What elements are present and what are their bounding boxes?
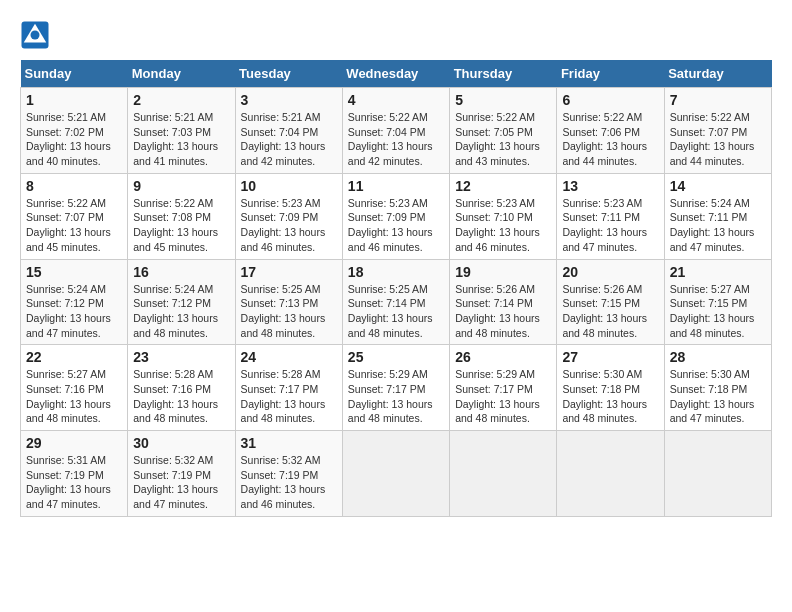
day-number: 20 — [562, 264, 658, 280]
day-number: 30 — [133, 435, 229, 451]
day-number: 5 — [455, 92, 551, 108]
day-number: 22 — [26, 349, 122, 365]
calendar-cell: 10 Sunrise: 5:23 AM Sunset: 7:09 PM Dayl… — [235, 173, 342, 259]
day-number: 27 — [562, 349, 658, 365]
day-number: 2 — [133, 92, 229, 108]
day-info: Sunrise: 5:26 AM Sunset: 7:15 PM Dayligh… — [562, 282, 658, 341]
calendar-cell: 23 Sunrise: 5:28 AM Sunset: 7:16 PM Dayl… — [128, 345, 235, 431]
logo-icon — [20, 20, 50, 50]
day-number: 10 — [241, 178, 337, 194]
header-cell-tuesday: Tuesday — [235, 60, 342, 88]
calendar-cell: 26 Sunrise: 5:29 AM Sunset: 7:17 PM Dayl… — [450, 345, 557, 431]
day-info: Sunrise: 5:25 AM Sunset: 7:14 PM Dayligh… — [348, 282, 444, 341]
day-number: 11 — [348, 178, 444, 194]
calendar-cell — [557, 431, 664, 517]
calendar-cell: 14 Sunrise: 5:24 AM Sunset: 7:11 PM Dayl… — [664, 173, 771, 259]
calendar-cell: 24 Sunrise: 5:28 AM Sunset: 7:17 PM Dayl… — [235, 345, 342, 431]
day-number: 19 — [455, 264, 551, 280]
calendar-cell: 9 Sunrise: 5:22 AM Sunset: 7:08 PM Dayli… — [128, 173, 235, 259]
calendar-header: SundayMondayTuesdayWednesdayThursdayFrid… — [21, 60, 772, 88]
day-info: Sunrise: 5:30 AM Sunset: 7:18 PM Dayligh… — [670, 367, 766, 426]
day-info: Sunrise: 5:22 AM Sunset: 7:05 PM Dayligh… — [455, 110, 551, 169]
calendar-cell: 13 Sunrise: 5:23 AM Sunset: 7:11 PM Dayl… — [557, 173, 664, 259]
day-number: 6 — [562, 92, 658, 108]
day-info: Sunrise: 5:22 AM Sunset: 7:07 PM Dayligh… — [670, 110, 766, 169]
calendar-cell: 2 Sunrise: 5:21 AM Sunset: 7:03 PM Dayli… — [128, 88, 235, 174]
day-number: 25 — [348, 349, 444, 365]
day-info: Sunrise: 5:24 AM Sunset: 7:12 PM Dayligh… — [133, 282, 229, 341]
day-number: 15 — [26, 264, 122, 280]
day-info: Sunrise: 5:32 AM Sunset: 7:19 PM Dayligh… — [241, 453, 337, 512]
day-info: Sunrise: 5:26 AM Sunset: 7:14 PM Dayligh… — [455, 282, 551, 341]
day-info: Sunrise: 5:22 AM Sunset: 7:04 PM Dayligh… — [348, 110, 444, 169]
calendar-cell: 28 Sunrise: 5:30 AM Sunset: 7:18 PM Dayl… — [664, 345, 771, 431]
header-cell-thursday: Thursday — [450, 60, 557, 88]
day-number: 16 — [133, 264, 229, 280]
calendar-cell: 29 Sunrise: 5:31 AM Sunset: 7:19 PM Dayl… — [21, 431, 128, 517]
calendar-cell: 21 Sunrise: 5:27 AM Sunset: 7:15 PM Dayl… — [664, 259, 771, 345]
calendar-body: 1 Sunrise: 5:21 AM Sunset: 7:02 PM Dayli… — [21, 88, 772, 517]
day-info: Sunrise: 5:24 AM Sunset: 7:11 PM Dayligh… — [670, 196, 766, 255]
day-number: 7 — [670, 92, 766, 108]
calendar-cell: 3 Sunrise: 5:21 AM Sunset: 7:04 PM Dayli… — [235, 88, 342, 174]
day-number: 4 — [348, 92, 444, 108]
day-number: 14 — [670, 178, 766, 194]
calendar-week-3: 15 Sunrise: 5:24 AM Sunset: 7:12 PM Dayl… — [21, 259, 772, 345]
calendar-cell: 15 Sunrise: 5:24 AM Sunset: 7:12 PM Dayl… — [21, 259, 128, 345]
day-info: Sunrise: 5:21 AM Sunset: 7:03 PM Dayligh… — [133, 110, 229, 169]
calendar-cell — [664, 431, 771, 517]
day-info: Sunrise: 5:24 AM Sunset: 7:12 PM Dayligh… — [26, 282, 122, 341]
day-info: Sunrise: 5:28 AM Sunset: 7:17 PM Dayligh… — [241, 367, 337, 426]
calendar-week-5: 29 Sunrise: 5:31 AM Sunset: 7:19 PM Dayl… — [21, 431, 772, 517]
calendar-cell: 11 Sunrise: 5:23 AM Sunset: 7:09 PM Dayl… — [342, 173, 449, 259]
day-info: Sunrise: 5:31 AM Sunset: 7:19 PM Dayligh… — [26, 453, 122, 512]
day-info: Sunrise: 5:30 AM Sunset: 7:18 PM Dayligh… — [562, 367, 658, 426]
day-number: 8 — [26, 178, 122, 194]
day-number: 26 — [455, 349, 551, 365]
calendar-cell: 1 Sunrise: 5:21 AM Sunset: 7:02 PM Dayli… — [21, 88, 128, 174]
day-number: 18 — [348, 264, 444, 280]
header-cell-friday: Friday — [557, 60, 664, 88]
calendar-cell: 4 Sunrise: 5:22 AM Sunset: 7:04 PM Dayli… — [342, 88, 449, 174]
header-cell-wednesday: Wednesday — [342, 60, 449, 88]
day-number: 24 — [241, 349, 337, 365]
day-info: Sunrise: 5:22 AM Sunset: 7:06 PM Dayligh… — [562, 110, 658, 169]
day-number: 29 — [26, 435, 122, 451]
day-number: 23 — [133, 349, 229, 365]
calendar-cell: 5 Sunrise: 5:22 AM Sunset: 7:05 PM Dayli… — [450, 88, 557, 174]
page-header — [20, 20, 772, 50]
day-number: 28 — [670, 349, 766, 365]
calendar-cell: 22 Sunrise: 5:27 AM Sunset: 7:16 PM Dayl… — [21, 345, 128, 431]
calendar-cell: 25 Sunrise: 5:29 AM Sunset: 7:17 PM Dayl… — [342, 345, 449, 431]
header-cell-sunday: Sunday — [21, 60, 128, 88]
calendar-cell: 8 Sunrise: 5:22 AM Sunset: 7:07 PM Dayli… — [21, 173, 128, 259]
header-cell-monday: Monday — [128, 60, 235, 88]
calendar-cell — [342, 431, 449, 517]
day-number: 3 — [241, 92, 337, 108]
day-info: Sunrise: 5:22 AM Sunset: 7:07 PM Dayligh… — [26, 196, 122, 255]
svg-point-2 — [31, 31, 40, 40]
day-info: Sunrise: 5:23 AM Sunset: 7:09 PM Dayligh… — [241, 196, 337, 255]
day-number: 31 — [241, 435, 337, 451]
day-info: Sunrise: 5:21 AM Sunset: 7:02 PM Dayligh… — [26, 110, 122, 169]
calendar-cell: 18 Sunrise: 5:25 AM Sunset: 7:14 PM Dayl… — [342, 259, 449, 345]
calendar-cell: 31 Sunrise: 5:32 AM Sunset: 7:19 PM Dayl… — [235, 431, 342, 517]
calendar-cell: 7 Sunrise: 5:22 AM Sunset: 7:07 PM Dayli… — [664, 88, 771, 174]
calendar-cell: 17 Sunrise: 5:25 AM Sunset: 7:13 PM Dayl… — [235, 259, 342, 345]
calendar-cell: 19 Sunrise: 5:26 AM Sunset: 7:14 PM Dayl… — [450, 259, 557, 345]
day-info: Sunrise: 5:21 AM Sunset: 7:04 PM Dayligh… — [241, 110, 337, 169]
header-cell-saturday: Saturday — [664, 60, 771, 88]
calendar-cell: 6 Sunrise: 5:22 AM Sunset: 7:06 PM Dayli… — [557, 88, 664, 174]
day-info: Sunrise: 5:23 AM Sunset: 7:10 PM Dayligh… — [455, 196, 551, 255]
day-number: 12 — [455, 178, 551, 194]
day-info: Sunrise: 5:22 AM Sunset: 7:08 PM Dayligh… — [133, 196, 229, 255]
calendar-week-2: 8 Sunrise: 5:22 AM Sunset: 7:07 PM Dayli… — [21, 173, 772, 259]
calendar-week-1: 1 Sunrise: 5:21 AM Sunset: 7:02 PM Dayli… — [21, 88, 772, 174]
calendar-table: SundayMondayTuesdayWednesdayThursdayFrid… — [20, 60, 772, 517]
calendar-cell: 20 Sunrise: 5:26 AM Sunset: 7:15 PM Dayl… — [557, 259, 664, 345]
day-info: Sunrise: 5:27 AM Sunset: 7:15 PM Dayligh… — [670, 282, 766, 341]
header-row: SundayMondayTuesdayWednesdayThursdayFrid… — [21, 60, 772, 88]
day-info: Sunrise: 5:27 AM Sunset: 7:16 PM Dayligh… — [26, 367, 122, 426]
day-info: Sunrise: 5:23 AM Sunset: 7:11 PM Dayligh… — [562, 196, 658, 255]
calendar-cell: 16 Sunrise: 5:24 AM Sunset: 7:12 PM Dayl… — [128, 259, 235, 345]
